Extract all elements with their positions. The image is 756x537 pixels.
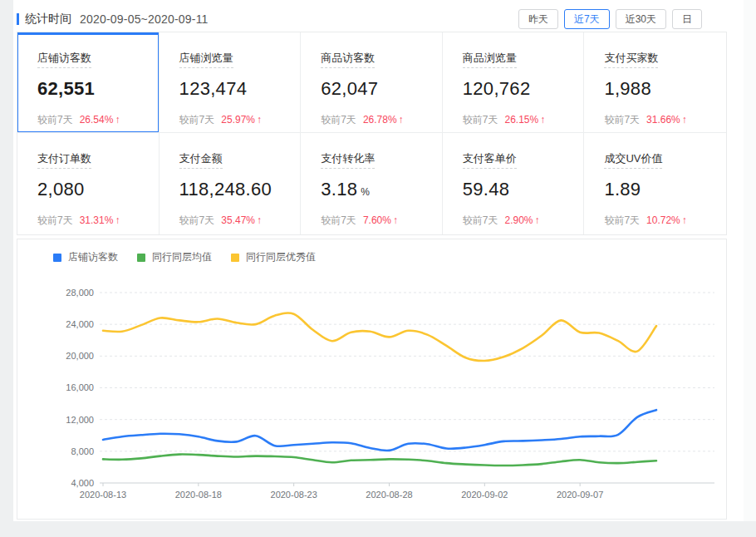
- y-axis-tick-label: 4,000: [71, 478, 94, 488]
- metric-value: 1.89: [604, 179, 641, 200]
- compare-period-label: 较前7天: [179, 114, 215, 126]
- x-axis-tick-label: 2020-09-07: [557, 490, 603, 500]
- metric-value: 62,551: [37, 78, 95, 99]
- metric-label: 商品访客数: [321, 52, 375, 68]
- up-arrow-icon: ↑: [257, 214, 262, 226]
- metric-card-item-visitors[interactable]: 商品访客数62,047较前7天26.78%↑: [301, 32, 443, 133]
- y-axis-tick-label: 24,000: [66, 319, 94, 329]
- metric-label: 支付订单数: [37, 152, 91, 169]
- change-percent: 2.90%: [504, 214, 533, 226]
- legend-item-shop-visitors[interactable]: 店铺访客数: [53, 250, 118, 264]
- range-button-yesterday[interactable]: 昨天: [518, 9, 558, 29]
- up-arrow-icon: ↑: [115, 114, 120, 126]
- metric-card-shop-pageviews[interactable]: 店铺浏览量123,474较前7天25.97%↑: [160, 32, 302, 133]
- change-percent: 25.97%: [221, 114, 255, 126]
- change-percent: 26.15%: [504, 114, 538, 126]
- metric-value: 3.18: [321, 179, 357, 200]
- legend-item-peer-excellent[interactable]: 同行同层优秀值: [231, 250, 316, 264]
- legend-label: 店铺访客数: [68, 250, 118, 264]
- stats-header: 统计时间 2020-09-05~2020-09-11 昨天近7天近30天日: [13, 0, 744, 29]
- metric-label: 商品浏览量: [463, 52, 517, 68]
- metric-label: 成交UV价值: [604, 152, 662, 169]
- change-percent: 7.60%: [363, 214, 391, 226]
- y-axis-tick-label: 28,000: [66, 288, 94, 298]
- compare-period-label: 较前7天: [179, 214, 215, 226]
- metric-value: 118,248.60: [179, 179, 272, 200]
- x-axis-tick-label: 2020-09-02: [461, 490, 508, 500]
- metric-label: 支付金额: [179, 152, 223, 169]
- range-button-last-30-days[interactable]: 近30天: [616, 9, 666, 29]
- legend-label: 同行同层优秀值: [246, 250, 316, 264]
- legend-swatch-icon: [53, 254, 61, 262]
- x-axis-tick-label: 2020-08-28: [366, 490, 412, 500]
- metric-value: 62,047: [321, 78, 378, 99]
- metric-card-pay-amount[interactable]: 支付金额118,248.60较前7天35.47%↑: [160, 133, 302, 234]
- metric-value: 120,762: [463, 78, 531, 99]
- compare-period-label: 较前7天: [604, 114, 640, 126]
- date-range-value: 2020-09-05~2020-09-11: [80, 12, 209, 26]
- x-axis-tick-label: 2020-08-13: [80, 490, 126, 500]
- y-axis-tick-label: 20,000: [66, 351, 94, 361]
- compare-period-label: 较前7天: [463, 214, 498, 226]
- bottom-gutter: [0, 521, 756, 537]
- date-range-switcher: 昨天近7天近30天日: [518, 9, 702, 29]
- legend-item-peer-average[interactable]: 同行同层均值: [137, 250, 212, 264]
- metric-label: 支付转化率: [321, 152, 375, 169]
- metric-label: 支付买家数: [604, 52, 658, 68]
- legend-swatch-icon: [231, 254, 239, 262]
- metric-value: 2,080: [37, 179, 85, 200]
- up-arrow-icon: ↑: [393, 214, 398, 226]
- metric-value: 123,474: [179, 78, 248, 99]
- title-accent-bar: [17, 13, 19, 25]
- range-button-day[interactable]: 日: [672, 9, 702, 29]
- range-button-last-7-days[interactable]: 近7天: [564, 9, 610, 29]
- up-arrow-icon: ↑: [540, 114, 545, 126]
- metric-label: 店铺浏览量: [179, 52, 233, 68]
- compare-period-label: 较前7天: [37, 214, 73, 226]
- up-arrow-icon: ↑: [682, 214, 687, 226]
- compare-period-label: 较前7天: [463, 114, 498, 126]
- chart-legend: 店铺访客数同行同层均值同行同层优秀值: [53, 250, 316, 264]
- change-percent: 31.66%: [646, 114, 680, 126]
- up-arrow-icon: ↑: [682, 114, 687, 126]
- change-percent: 31.31%: [80, 214, 114, 226]
- metric-value: 59.48: [463, 179, 510, 200]
- trend-chart-panel: 店铺访客数同行同层均值同行同层优秀值 4,0008,00012,00016,00…: [17, 239, 727, 520]
- left-gutter: [0, 0, 13, 537]
- change-percent: 26.54%: [80, 114, 114, 126]
- y-axis-tick-label: 8,000: [71, 446, 94, 456]
- metric-label: 店铺访客数: [37, 52, 91, 68]
- up-arrow-icon: ↑: [535, 214, 540, 226]
- metric-card-uv-value[interactable]: 成交UV价值1.89较前7天10.72%↑: [584, 133, 726, 234]
- change-percent: 35.47%: [221, 214, 255, 226]
- change-percent: 10.72%: [646, 214, 680, 226]
- series-line-peer-excellent: [103, 313, 656, 361]
- legend-swatch-icon: [137, 254, 145, 262]
- metric-card-item-pageviews[interactable]: 商品浏览量120,762较前7天26.15%↑: [443, 32, 585, 133]
- metric-cards-grid: 店铺访客数62,551较前7天26.54%↑店铺浏览量123,474较前7天25…: [17, 32, 727, 235]
- metric-card-pay-per-customer[interactable]: 支付客单价59.48较前7天2.90%↑: [443, 133, 585, 234]
- metric-value: 1,988: [604, 78, 651, 99]
- series-line-shop-visitors: [103, 410, 656, 451]
- compare-period-label: 较前7天: [321, 114, 356, 126]
- metric-card-pay-conversion[interactable]: 支付转化率3.18%较前7天7.60%↑: [301, 133, 443, 234]
- up-arrow-icon: ↑: [399, 114, 404, 126]
- change-percent: 26.78%: [363, 114, 397, 126]
- metric-card-pay-buyers[interactable]: 支付买家数1,988较前7天31.66%↑: [584, 32, 726, 133]
- compare-period-label: 较前7天: [604, 214, 640, 226]
- trend-line-chart: 4,0008,00012,00016,00020,00024,00028,000…: [17, 239, 726, 519]
- metric-card-pay-orders[interactable]: 支付订单数2,080较前7天31.31%↑: [17, 133, 160, 234]
- x-axis-tick-label: 2020-08-18: [175, 490, 222, 500]
- up-arrow-icon: ↑: [257, 114, 262, 126]
- right-gutter: [744, 0, 756, 521]
- up-arrow-icon: ↑: [115, 214, 120, 226]
- y-axis-tick-label: 12,000: [66, 415, 94, 425]
- series-line-peer-average: [103, 455, 656, 466]
- compare-period-label: 较前7天: [37, 114, 73, 126]
- y-axis-tick-label: 16,000: [66, 382, 94, 392]
- legend-label: 同行同层均值: [152, 250, 212, 264]
- stats-time-group: 统计时间 2020-09-05~2020-09-11: [17, 12, 209, 27]
- stats-time-label: 统计时间: [25, 12, 71, 27]
- metric-card-shop-visitors[interactable]: 店铺访客数62,551较前7天26.54%↑: [17, 32, 160, 133]
- compare-period-label: 较前7天: [321, 214, 356, 226]
